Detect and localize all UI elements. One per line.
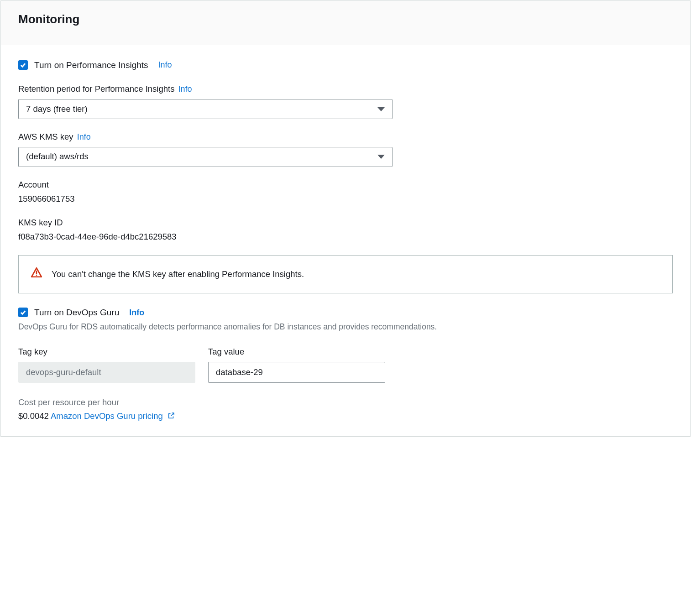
kms-key-id-field: KMS key ID f08a73b3-0cad-44ee-96de-d4bc2…	[18, 217, 673, 243]
devops-guru-checkbox[interactable]	[18, 308, 28, 317]
tag-grid: Tag key Tag value	[18, 346, 673, 383]
devops-guru-pricing-link[interactable]: Amazon DevOps Guru pricing	[51, 411, 175, 421]
retention-select-value: 7 days (free tier)	[26, 103, 88, 115]
check-icon	[20, 62, 26, 68]
devops-guru-info-link[interactable]: Info	[129, 307, 144, 318]
kms-key-id-value: f08a73b3-0cad-44ee-96de-d4bc21629583	[18, 231, 673, 243]
cost-line: $0.0042 Amazon DevOps Guru pricing	[18, 410, 673, 423]
devops-guru-label: Turn on DevOps Guru	[34, 306, 119, 319]
cost-label: Cost per resource per hour	[18, 397, 673, 409]
retention-label-row: Retention period for Performance Insight…	[18, 83, 673, 95]
kms-key-id-label: KMS key ID	[18, 217, 673, 229]
kms-key-select-value: (default) aws/rds	[26, 151, 89, 163]
check-icon	[20, 309, 26, 316]
devops-guru-section: Turn on DevOps Guru Info DevOps Guru for…	[18, 306, 673, 333]
warning-triangle-icon	[31, 266, 42, 282]
tag-key-field: Tag key	[18, 346, 195, 383]
tag-key-input	[18, 362, 195, 383]
retention-info-link[interactable]: Info	[178, 83, 192, 95]
kms-key-label: AWS KMS key	[18, 131, 73, 143]
retention-field: Retention period for Performance Insight…	[18, 83, 673, 119]
tag-key-label: Tag key	[18, 346, 195, 358]
retention-label: Retention period for Performance Insight…	[18, 83, 174, 95]
panel-header: Monitoring	[1, 1, 690, 45]
retention-select[interactable]: 7 days (free tier)	[18, 99, 393, 119]
kms-key-label-row: AWS KMS key Info	[18, 131, 673, 143]
kms-key-info-link[interactable]: Info	[77, 131, 91, 143]
account-field: Account 159066061753	[18, 179, 673, 205]
tag-value-label: Tag value	[208, 346, 385, 358]
performance-insights-checkbox[interactable]	[18, 60, 28, 70]
panel-body: Turn on Performance Insights Info Retent…	[1, 45, 690, 437]
caret-down-icon	[377, 107, 385, 111]
cost-value: $0.0042	[18, 411, 49, 421]
performance-insights-toggle-row: Turn on Performance Insights Info	[18, 59, 673, 72]
account-value: 159066061753	[18, 193, 673, 205]
devops-guru-description: DevOps Guru for RDS automatically detect…	[18, 321, 673, 333]
tag-value-field: Tag value	[208, 346, 385, 383]
performance-insights-label: Turn on Performance Insights	[34, 59, 148, 72]
caret-down-icon	[377, 155, 385, 159]
kms-warning-alert: You can't change the KMS key after enabl…	[18, 255, 673, 293]
tag-value-input[interactable]	[208, 362, 385, 383]
kms-key-field: AWS KMS key Info (default) aws/rds	[18, 131, 673, 167]
panel-title: Monitoring	[18, 11, 673, 28]
kms-key-select[interactable]: (default) aws/rds	[18, 147, 393, 167]
kms-warning-text: You can't change the KMS key after enabl…	[52, 268, 304, 281]
devops-guru-toggle-row: Turn on DevOps Guru Info	[18, 306, 673, 319]
performance-insights-info-link[interactable]: Info	[158, 59, 172, 71]
external-link-icon	[167, 412, 175, 420]
svg-point-1	[36, 275, 37, 276]
pricing-link-text: Amazon DevOps Guru pricing	[51, 411, 163, 421]
monitoring-panel: Monitoring Turn on Performance Insights …	[0, 0, 691, 437]
account-label: Account	[18, 179, 673, 191]
